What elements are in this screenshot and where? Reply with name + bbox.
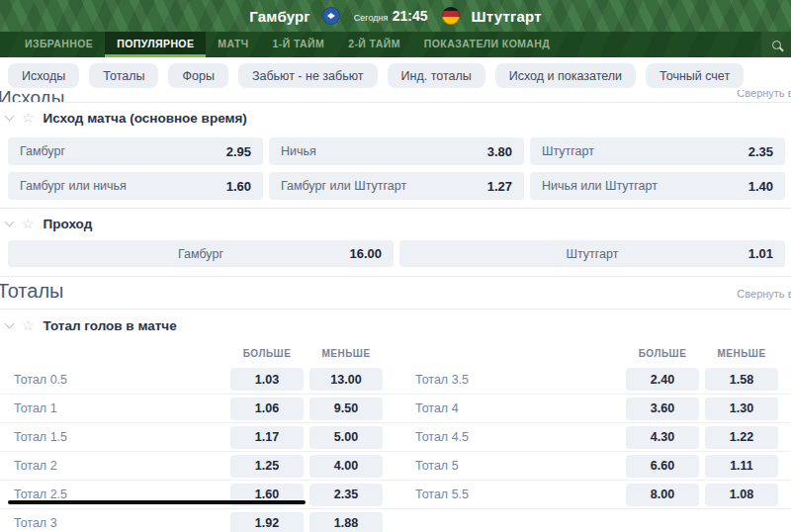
over-column-header: БОЛЬШЕ (230, 348, 304, 359)
odds-value: 1.01 (748, 246, 773, 261)
market-title: Тотал голов в матче (44, 318, 177, 333)
star-icon[interactable]: ☆ (22, 111, 35, 125)
chip-handicaps[interactable]: Форы (168, 63, 227, 88)
chip-correct-score[interactable]: Точный счет (646, 63, 744, 88)
totals-table-row: Тотал 0.5 1.03 13.00 Тотал 3.5 2.40 1.58 (0, 365, 791, 394)
selection-marker-line (8, 500, 306, 504)
odds-button-over[interactable]: 4.30 (626, 426, 699, 449)
odds-value: 1.40 (748, 179, 773, 194)
odds-button-under[interactable]: 5.00 (309, 426, 383, 449)
under-column-header: МЕНЬШЕ (705, 348, 778, 359)
odds-button-over[interactable]: 6.60 (626, 455, 699, 478)
chip-totals[interactable]: Тоталы (89, 63, 158, 88)
tab-popular[interactable]: ПОПУЛЯРНОЕ (105, 32, 206, 57)
odds-button-under[interactable]: 1.22 (705, 426, 778, 449)
odds-button-home-win[interactable]: Гамбург 2.95 (8, 137, 263, 165)
odds-button-over[interactable]: 8.00 (626, 484, 699, 506)
odds-button-over[interactable]: 3.60 (626, 398, 699, 420)
chevron-down-icon[interactable] (5, 112, 15, 122)
outcomes-section-header: Исходы Свернуть все (0, 90, 791, 102)
total-line-label: Тотал 3.5 (415, 373, 626, 387)
odds-button-advance-home[interactable]: Гамбург 16.00 (8, 240, 394, 267)
odds-button-under[interactable]: 1.08 (705, 484, 778, 506)
odds-button-under[interactable]: 2.35 (309, 484, 383, 506)
chevron-down-icon[interactable] (5, 319, 15, 329)
total-line-label: Тотал 2 (14, 459, 230, 473)
totals-table-row: Тотал 1.5 1.17 5.00 Тотал 4.5 4.30 1.22 (0, 422, 791, 451)
total-line-label: Тотал 2.5 (14, 488, 230, 501)
total-line-label: Тотал 4.5 (415, 430, 626, 444)
over-column-header: БОЛЬШЕ (626, 348, 699, 359)
odds-button-under[interactable]: 1.58 (705, 368, 778, 391)
odds-label: Гамбург или ничья (20, 179, 127, 193)
total-line-label: Тотал 1.5 (14, 430, 230, 444)
odds-button-under[interactable]: 1.11 (705, 455, 778, 478)
tab-second-half[interactable]: 2-Й ТАЙМ (336, 32, 412, 57)
total-line-label: Тотал 0.5 (14, 373, 230, 387)
totals-table-row: Тотал 3 1.92 1.88 (0, 508, 791, 532)
chip-both-to-score[interactable]: Забьют - не забьют (238, 63, 378, 88)
odds-value: 2.95 (226, 144, 251, 159)
tab-match[interactable]: МАТЧ (206, 32, 260, 57)
chip-outcome-and-stats[interactable]: Исход и показатели (495, 63, 636, 88)
odds-button-away-win[interactable]: Штутгарт 2.35 (530, 137, 785, 165)
match-start-time: 21:45 (393, 8, 428, 24)
match-odds-page: Гамбург Сегодня 21:45 Штутгарт ИЗБРАННОЕ… (0, 0, 791, 532)
odds-button-under[interactable]: 9.50 (309, 398, 383, 420)
odds-button-draw[interactable]: Ничья 3.80 (269, 137, 524, 165)
market-title: Исход матча (основное время) (44, 111, 247, 126)
odds-button-advance-away[interactable]: Штутгарт 1.01 (399, 240, 785, 267)
odds-button-over[interactable]: 1.06 (230, 398, 304, 420)
odds-button-over[interactable]: 1.03 (230, 368, 304, 391)
advance-row: Гамбург 16.00 Штутгарт 1.01 (8, 240, 785, 267)
totals-column-headers: БОЛЬШЕ МЕНЬШЕ БОЛЬШЕ МЕНЬШЕ (0, 341, 791, 365)
match-date-label: Сегодня (354, 13, 389, 23)
odds-button-draw-or-away[interactable]: Ничья или Штутгарт 1.40 (530, 172, 785, 200)
under-column-header: МЕНЬШЕ (309, 348, 383, 359)
odds-button-under[interactable]: 13.00 (309, 368, 383, 391)
odds-button-over[interactable]: 1.92 (230, 512, 304, 532)
market-header-total-goals[interactable]: ☆ Тотал голов в матче (0, 310, 791, 341)
odds-value: 1.60 (226, 179, 251, 194)
tab-favorites[interactable]: ИЗБРАННОЕ (13, 32, 105, 57)
tab-team-stats[interactable]: ПОКАЗАТЕЛИ КОМАНД (412, 32, 562, 57)
chevron-down-icon[interactable] (5, 218, 15, 227)
market-header-advance[interactable]: ☆ Проход (0, 209, 791, 238)
total-line-label: Тотал 5.5 (415, 488, 626, 501)
odds-button-home-or-away[interactable]: Гамбург или Штутгарт 1.27 (269, 172, 524, 200)
odds-button-home-or-draw[interactable]: Гамбург или ничья 1.60 (8, 172, 263, 200)
nav-spacer (562, 32, 761, 57)
odds-label: Гамбург (20, 144, 65, 158)
totals-table-row: Тотал 2 1.25 4.00 Тотал 5 6.60 1.11 (0, 451, 791, 480)
chip-ind-totals[interactable]: Инд. тоталы (388, 63, 485, 88)
search-button[interactable] (761, 32, 791, 57)
star-icon[interactable]: ☆ (22, 217, 35, 230)
home-team-name: Гамбург (249, 8, 310, 25)
tab-first-half[interactable]: 1-Й ТАЙМ (261, 32, 337, 57)
odds-button-over[interactable]: 1.25 (230, 455, 304, 478)
market-title: Проход (44, 217, 93, 231)
odds-label: Ничья или Штутгарт (542, 179, 658, 193)
collapse-all-link[interactable]: Свернуть все (737, 288, 791, 300)
odds-label: Штутгарт (567, 247, 619, 261)
star-icon[interactable]: ☆ (22, 318, 35, 332)
odds-button-over[interactable]: 1.17 (230, 426, 304, 449)
odds-label: Гамбург (178, 247, 223, 261)
home-team-logo-icon (322, 7, 340, 25)
total-line-label: Тотал 4 (415, 401, 626, 415)
market-header-match-outcome[interactable]: ☆ Исход матча (основное время) (0, 103, 791, 133)
away-team-logo-icon (442, 7, 460, 25)
totals-table-row: Тотал 1 1.06 9.50 Тотал 4 3.60 1.30 (0, 394, 791, 422)
odds-value: 3.80 (487, 144, 512, 159)
chip-outcomes[interactable]: Исходы (8, 63, 79, 88)
odds-button-under[interactable]: 4.00 (309, 455, 383, 478)
outcomes-section-title: Исходы (0, 90, 64, 102)
collapse-all-link[interactable]: Свернуть все (737, 90, 791, 99)
totals-section-header: Тоталы Свернуть все (0, 277, 791, 309)
total-line-label: Тотал 3 (14, 516, 230, 530)
odds-value: 1.27 (487, 179, 512, 194)
odds-button-under[interactable]: 1.88 (309, 512, 383, 532)
match-time: Сегодня 21:45 (354, 8, 428, 24)
odds-button-over[interactable]: 2.40 (626, 368, 699, 391)
odds-button-under[interactable]: 1.30 (705, 398, 778, 420)
